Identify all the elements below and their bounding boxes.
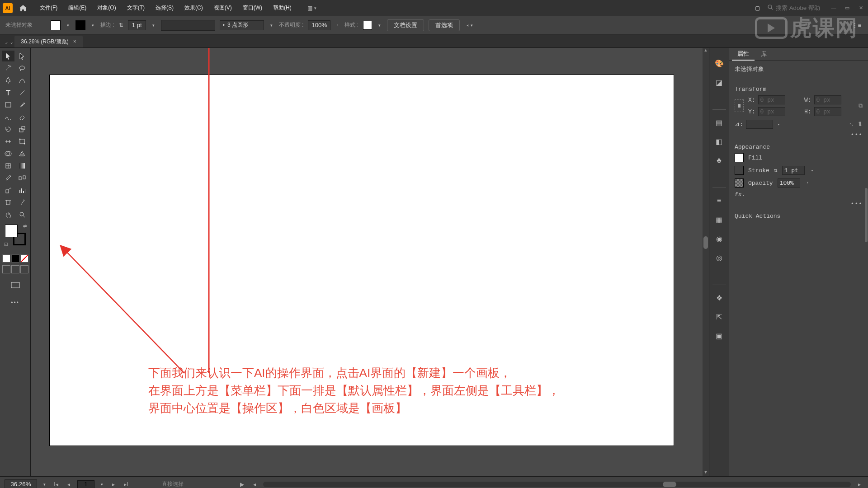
status-play-icon[interactable]: ▶ [238, 481, 246, 488]
blend-tool[interactable] [16, 173, 28, 183]
zoom-input[interactable] [5, 479, 37, 488]
draw-normal[interactable] [2, 265, 10, 273]
color-mode-none[interactable] [20, 254, 28, 263]
fill-color-swatch[interactable] [5, 225, 18, 237]
appearance-panel-icon[interactable]: ◉ [713, 232, 726, 245]
stroke-stepper-icon[interactable]: ⇅ [119, 22, 123, 28]
hand-tool[interactable] [2, 209, 14, 220]
stroke-stepper-panel-icon[interactable]: ⇅ [774, 167, 778, 174]
prev-artboard-icon[interactable]: ◂ [65, 481, 73, 488]
rectangle-tool[interactable] [2, 99, 14, 110]
brushes-panel-icon[interactable]: ≡ [713, 194, 726, 207]
color-mode-solid[interactable] [2, 254, 10, 263]
menu-file[interactable]: 文件(F) [35, 2, 62, 14]
angle-input[interactable] [746, 120, 773, 129]
hscroll-thumb[interactable] [663, 482, 676, 487]
symbols-panel-icon[interactable]: ♣ [713, 154, 726, 167]
stroke-panel-icon[interactable]: ▤ [713, 116, 726, 129]
opacity-dropdown[interactable]: › [335, 23, 340, 28]
align-icon[interactable]: ⫞▾ [464, 19, 476, 31]
tabstrip-close-icon[interactable]: × [10, 41, 13, 46]
hscroll-right-icon[interactable]: ▸ [855, 481, 863, 488]
panel-scrollbar[interactable] [864, 98, 868, 476]
menu-object[interactable]: 对象(O) [93, 2, 120, 14]
pen-tool[interactable] [2, 75, 14, 86]
hscroll-left-icon[interactable]: ◂ [250, 481, 259, 488]
eyedropper-tool[interactable] [2, 173, 14, 183]
w-input[interactable]: 0 px [814, 95, 841, 104]
selection-tool[interactable] [2, 51, 14, 61]
scroll-down-icon[interactable]: ▼ [703, 470, 709, 476]
layers-panel-icon[interactable]: ❖ [713, 291, 726, 304]
menu-help[interactable]: 帮助(H) [269, 2, 296, 14]
screen-mode-icon[interactable] [9, 280, 22, 291]
direct-selection-tool[interactable] [16, 51, 28, 61]
document-tab-close-icon[interactable]: × [73, 38, 76, 45]
x-input[interactable]: 0 px [758, 95, 785, 104]
artboard-tool[interactable] [2, 197, 14, 208]
scale-tool[interactable] [16, 124, 28, 135]
swatches-panel-icon[interactable]: ◪ [713, 76, 726, 89]
brush-profile-select[interactable]: • 3 点圆形 [220, 20, 264, 30]
stroke-weight-dropdown-panel[interactable]: ▾ [809, 168, 815, 173]
tabstrip-collapse-icon[interactable]: « [5, 41, 8, 46]
stroke-weight-input-panel[interactable]: 1 pt [782, 166, 805, 175]
menu-effect[interactable]: 效果(C) [180, 2, 208, 14]
search-input[interactable] [775, 4, 825, 12]
type-tool[interactable] [2, 87, 14, 98]
vertical-scrollbar[interactable]: ▲ ▼ [703, 48, 709, 476]
scroll-thumb[interactable] [703, 236, 708, 249]
flip-horizontal-icon[interactable]: ⇋ [849, 121, 853, 128]
work-area[interactable]: 下面我们来认识一下AI的操作界面，点击AI界面的【新建】一个画板， 在界面上方是… [31, 48, 709, 476]
menu-edit[interactable]: 编辑(E) [64, 2, 91, 14]
color-mode-gradient[interactable] [11, 254, 19, 263]
gradient-panel-icon[interactable]: ◧ [713, 135, 726, 148]
scroll-up-icon[interactable]: ▲ [703, 48, 709, 54]
y-input[interactable]: 0 px [758, 107, 785, 116]
fill-stroke-indicator[interactable]: ⇄ ◱ [5, 225, 26, 245]
opacity-input[interactable] [308, 20, 330, 30]
shaper-tool[interactable] [2, 112, 14, 122]
menu-select[interactable]: 选择(S) [151, 2, 178, 14]
lasso-tool[interactable] [16, 63, 28, 74]
stroke-weight-input[interactable] [128, 20, 146, 30]
opacity-dropdown-panel[interactable]: › [805, 181, 811, 185]
fx-label[interactable]: fx. [735, 191, 745, 198]
fill-swatch[interactable] [51, 20, 61, 30]
next-artboard-icon[interactable]: ▸ [109, 481, 118, 488]
window-minimize-icon[interactable]: — [829, 5, 838, 11]
swap-fill-stroke-icon[interactable]: ⇄ [23, 224, 27, 229]
h-input[interactable]: 0 px [814, 107, 841, 116]
graphic-style-swatch[interactable] [363, 21, 372, 30]
line-segment-tool[interactable] [16, 87, 28, 98]
window-maximize-icon[interactable]: ▭ [843, 5, 852, 11]
artboard-dropdown[interactable]: ▾ [99, 482, 105, 487]
stroke-weight-dropdown[interactable]: ▾ [151, 23, 156, 28]
zoom-dropdown[interactable]: ▾ [42, 482, 47, 487]
first-artboard-icon[interactable]: I◂ [52, 481, 60, 488]
curvature-tool[interactable] [16, 75, 28, 86]
tab-properties[interactable]: 属性 [732, 48, 755, 61]
artboard-number-input[interactable] [77, 480, 94, 488]
document-setup-button[interactable]: 文档设置 [387, 19, 424, 31]
default-fill-stroke-icon[interactable]: ◱ [4, 242, 8, 246]
appearance-opacity-swatch[interactable] [735, 178, 744, 188]
transform-more-icon[interactable]: ••• [729, 131, 868, 139]
appearance-more-icon[interactable]: ••• [729, 200, 868, 208]
horizontal-scrollbar[interactable] [263, 482, 851, 487]
reference-point-grid[interactable] [735, 99, 744, 112]
width-tool[interactable] [2, 136, 14, 147]
fill-swatch-dropdown[interactable]: ▾ [65, 23, 71, 28]
document-tab[interactable]: 36.26% (RGB/预览) × [14, 36, 82, 47]
color-panel-icon[interactable]: 🎨 [713, 57, 726, 70]
search-box[interactable] [768, 4, 825, 12]
paintbrush-tool[interactable] [16, 99, 28, 110]
graphic-styles-panel-icon[interactable]: ◎ [713, 251, 726, 264]
rotate-tool[interactable] [2, 124, 14, 135]
transparency-panel-icon[interactable]: ▦ [713, 213, 726, 226]
preferences-button[interactable]: 首选项 [429, 19, 460, 31]
toolbar-more-icon[interactable]: ••• [11, 300, 19, 306]
brush-profile-dropdown[interactable]: ▾ [269, 23, 274, 28]
last-artboard-icon[interactable]: ▸I [122, 481, 130, 488]
draw-inside[interactable] [20, 265, 28, 273]
